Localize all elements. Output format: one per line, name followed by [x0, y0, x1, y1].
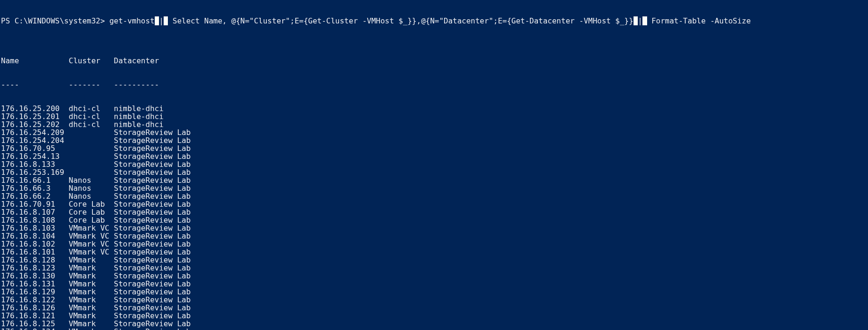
table-row: 176.16.8.131 VMmark StorageReview Lab — [1, 280, 868, 288]
cmd-space-highlight — [164, 16, 168, 25]
table-row: 176.16.8.125 VMmark StorageReview Lab — [1, 320, 868, 328]
table-row: 176.16.70.95 StorageReview Lab — [1, 144, 868, 152]
table-row: 176.16.8.126 VMmark StorageReview Lab — [1, 304, 868, 312]
table-row: 176.16.8.121 VMmark StorageReview Lab — [1, 312, 868, 320]
table-row: 176.16.25.201 dhci-cl nimble-dhci — [1, 112, 868, 120]
table-row: 176.16.8.130 VMmark StorageReview Lab — [1, 272, 868, 280]
prompt-prefix: PS C:\WINDOWS\system32> — [1, 16, 109, 25]
table-row: 176.16.8.103 VMmark VC StorageReview Lab — [1, 224, 868, 232]
table-row: 176.16.8.104 VMmark VC StorageReview Lab — [1, 232, 868, 240]
table-row: 176.16.25.202 dhci-cl nimble-dhci — [1, 120, 868, 128]
table-row: 176.16.253.169 StorageReview Lab — [1, 168, 868, 176]
table-row: 176.16.25.200 dhci-cl nimble-dhci — [1, 105, 868, 112]
table-row: 176.16.8.133 StorageReview Lab — [1, 160, 868, 168]
cmd-space-highlight — [634, 16, 638, 25]
cmd-text: | — [638, 16, 642, 25]
cmd-text: | — [159, 16, 164, 25]
table-row: 176.16.66.3 Nanos StorageReview Lab — [1, 184, 868, 192]
table-row: 176.16.8.124 VMmark StorageReview Lab — [1, 328, 868, 330]
table-row: 176.16.254.209 StorageReview Lab — [1, 128, 868, 136]
table-row: 176.16.8.128 VMmark StorageReview Lab — [1, 256, 868, 264]
table-row: 176.16.70.91 Core Lab StorageReview Lab — [1, 200, 868, 208]
table-row: 176.16.66.1 Nanos StorageReview Lab — [1, 176, 868, 184]
table-row: 176.16.8.122 VMmark StorageReview Lab — [1, 296, 868, 304]
cmd-space-highlight — [642, 16, 647, 25]
powershell-terminal[interactable]: PS C:\WINDOWS\system32> get-vmhost | Sel… — [0, 0, 868, 330]
table-row: 176.16.8.129 VMmark StorageReview Lab — [1, 288, 868, 296]
command-line: PS C:\WINDOWS\system32> get-vmhost | Sel… — [1, 17, 868, 25]
cmd-text: Select Name, @{N="Cluster";E={Get-Cluste… — [168, 16, 633, 25]
cmd-text: get-vmhost — [109, 16, 154, 25]
cmd-space-highlight — [155, 16, 159, 25]
table-row: 176.16.8.107 Core Lab StorageReview Lab — [1, 208, 868, 216]
table-row: 176.16.8.108 Core Lab StorageReview Lab — [1, 216, 868, 224]
table-row: 176.16.8.101 VMmark VC StorageReview Lab — [1, 248, 868, 256]
table-row: 176.16.8.123 VMmark StorageReview Lab — [1, 264, 868, 272]
table-row: 176.16.66.2 Nanos StorageReview Lab — [1, 192, 868, 200]
table-row: 176.16.254.13 StorageReview Lab — [1, 152, 868, 160]
cmd-text: Format-Table -AutoSize — [647, 16, 751, 25]
table-row: 176.16.8.102 VMmark VC StorageReview Lab — [1, 240, 868, 248]
table-separator-row: ---- ------- ---------- — [1, 81, 868, 89]
table-row: 176.16.254.204 StorageReview Lab — [1, 136, 868, 144]
table-header-row: Name Cluster Datacenter — [1, 57, 868, 65]
